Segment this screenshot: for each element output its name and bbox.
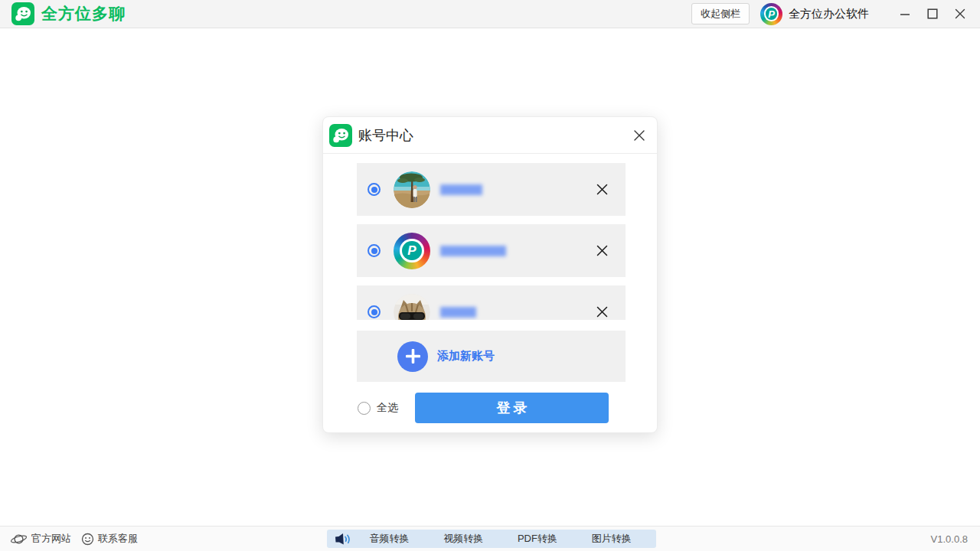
account-row: ███████ (357, 163, 626, 216)
titlebar: 全方位多聊 收起侧栏 P 全方位办公软件 (0, 0, 980, 28)
contact-support-label: 联系客服 (98, 532, 138, 546)
select-all-label: 全选 (377, 401, 398, 415)
remove-account-button[interactable] (596, 184, 608, 195)
collapse-sidebar-button[interactable]: 收起侧栏 (691, 3, 750, 24)
speaker-icon (335, 533, 351, 546)
account-name-masked: ██████ (440, 307, 476, 318)
minimize-button[interactable] (895, 4, 915, 24)
avatar-rainbow-p-logo: P (394, 233, 430, 269)
remove-account-button[interactable] (596, 245, 608, 256)
dialog-title: 账号中心 (358, 126, 413, 145)
add-account-row[interactable]: 添加新账号 (357, 331, 626, 382)
dialog-close-button[interactable] (632, 128, 647, 143)
dialog-close-icon (633, 129, 645, 142)
dialog-logo-icon (329, 124, 352, 147)
remove-account-icon (596, 245, 608, 256)
smiley-icon (81, 533, 94, 546)
tab-video-convert[interactable]: 视频转换 (426, 532, 501, 546)
account-name-masked: ███████ (440, 184, 482, 195)
converter-toolbar: 音频转换 视频转换 PDF转换 图片转换 (327, 530, 656, 548)
planet-icon (10, 533, 28, 546)
account-radio-selected[interactable] (368, 183, 381, 196)
login-button[interactable]: 登录 (415, 393, 609, 423)
official-website-label: 官方网站 (31, 532, 71, 546)
close-window-icon (955, 8, 965, 19)
add-account-label: 添加新账号 (437, 349, 495, 364)
select-all-radio[interactable] (358, 402, 371, 415)
remove-account-icon (596, 306, 608, 318)
avatar-beach-photo (394, 171, 430, 208)
remove-account-icon (596, 184, 608, 195)
avatar-cat-with-sunglasses (394, 294, 430, 321)
statusbar: 官方网站 联系客服 音频转换 视频转换 PDF转换 图片转换 V1.0.0.8 (0, 526, 980, 551)
window-controls (887, 4, 970, 24)
remove-account-button[interactable] (596, 306, 608, 318)
tab-pdf-convert[interactable]: PDF转换 (501, 532, 575, 546)
account-center-dialog: 账号中心 (322, 116, 658, 433)
official-website-link[interactable]: 官方网站 (10, 532, 71, 546)
account-list[interactable]: ███████ P ███████████ (357, 163, 626, 320)
account-row: P ███████████ (357, 224, 626, 277)
statusbar-links: 官方网站 联系客服 (10, 532, 138, 546)
account-name-masked: ███████████ (440, 246, 506, 256)
account-radio-selected[interactable] (368, 244, 381, 257)
maximize-icon (927, 8, 938, 19)
version-label: V1.0.0.8 (931, 533, 968, 545)
contact-support-link[interactable]: 联系客服 (81, 532, 138, 546)
app-logo-icon (11, 2, 34, 25)
add-account-plus-icon (397, 341, 428, 372)
tab-audio-convert[interactable]: 音频转换 (352, 532, 426, 546)
account-row: ██████ (357, 285, 626, 320)
office-suite-title: 全方位办公软件 (789, 7, 869, 21)
maximize-button[interactable] (923, 4, 942, 24)
account-radio-selected[interactable] (368, 305, 381, 318)
office-suite-logo-icon: P (760, 3, 782, 25)
app-title: 全方位多聊 (41, 3, 126, 24)
close-window-button[interactable] (950, 4, 970, 24)
dialog-header: 账号中心 (323, 117, 657, 154)
minimize-icon (900, 8, 910, 19)
tab-image-convert[interactable]: 图片转换 (574, 532, 648, 546)
dialog-footer: 全选 登录 (358, 393, 657, 423)
